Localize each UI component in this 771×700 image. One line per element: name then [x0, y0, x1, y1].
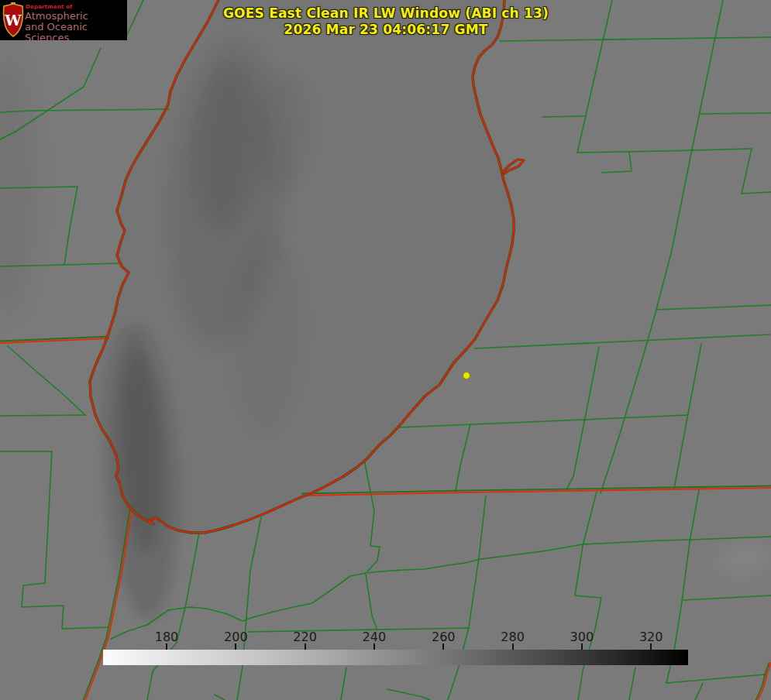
county-boundary-line	[387, 689, 430, 700]
county-boundary-line	[215, 695, 225, 700]
county-boundary-line	[629, 667, 635, 700]
county-boundary-line	[700, 113, 771, 114]
lake-water-fill	[90, 0, 514, 533]
county-boundary-line	[45, 451, 52, 583]
uw-crest-icon: W	[2, 2, 24, 38]
state-boundary-green	[302, 486, 771, 494]
county-boundary-line	[64, 187, 77, 265]
colorbar-tick-label: 220	[293, 630, 317, 643]
county-boundary-line	[0, 415, 85, 416]
county-boundary-line	[542, 116, 586, 117]
county-boundary-line	[742, 149, 752, 194]
colorbar-tick-label: 280	[501, 630, 525, 643]
colorbar-tick	[581, 643, 583, 650]
county-boundary-line	[666, 674, 766, 683]
county-boundary-line	[656, 305, 771, 310]
county-boundary-line	[690, 537, 771, 540]
colorbar-gradient-strip	[103, 650, 688, 665]
county-boundary-line	[22, 583, 108, 629]
colorbar-tick-label: 180	[155, 630, 179, 643]
county-boundary-line	[0, 109, 169, 112]
colorbar-tick	[235, 643, 236, 650]
colorbar-tick-label: 200	[224, 630, 248, 643]
title-line-1: GOES East Clean IR LW Window (ABI ch 13)	[138, 5, 634, 22]
shoreline-spit-red	[503, 160, 524, 174]
uw-aos-logo-banner: W Department of Atmospheric and Oceanic …	[0, 0, 127, 40]
logo-department-text: Department of	[26, 4, 72, 10]
county-boundary-line	[577, 149, 752, 153]
location-marker-dot	[463, 372, 470, 379]
state-boundary-green	[756, 663, 769, 700]
county-boundary-line	[674, 344, 701, 489]
county-boundary-line	[364, 460, 380, 571]
county-boundary-line	[111, 559, 480, 639]
county-boundary-line	[456, 424, 470, 490]
county-boundary-line	[366, 575, 377, 630]
colorbar-tick	[442, 643, 444, 650]
county-boundary-line	[742, 192, 771, 194]
county-boundary-line	[480, 544, 583, 559]
colorbar-tick-label: 320	[639, 630, 663, 643]
county-boundary-line	[341, 667, 346, 700]
county-boundary-line	[475, 335, 769, 348]
state-boundary-red	[758, 663, 771, 700]
colorbar-tick	[166, 643, 167, 650]
logo-line2-text: and Oceanic Sciences	[25, 22, 127, 43]
image-title: GOES East Clean IR LW Window (ABI ch 13)…	[138, 5, 634, 38]
county-boundary-line	[448, 496, 486, 700]
colorbar-tick	[373, 643, 375, 650]
county-boundary-line	[601, 0, 723, 493]
colorbar-tick	[512, 643, 514, 650]
county-boundary-line	[575, 492, 601, 700]
county-boundary-line	[237, 517, 261, 700]
map-boundaries-overlay	[0, 0, 771, 700]
county-boundary-line	[683, 595, 771, 600]
colorbar-tick-label: 260	[432, 630, 456, 643]
county-boundary-line	[695, 683, 703, 700]
county-boundary-line	[0, 187, 77, 188]
county-boundary-line	[0, 48, 101, 139]
county-boundary-line	[0, 263, 119, 266]
goes-satellite-image-viewer: W Department of Atmospheric and Oceanic …	[0, 0, 771, 700]
crest-letter: W	[4, 12, 22, 29]
county-boundary-line	[399, 415, 687, 427]
temperature-colorbar: 180200220240260280300320	[103, 630, 688, 666]
county-boundary-line	[602, 152, 632, 173]
colorbar-tick-label: 240	[363, 630, 387, 643]
colorbar-tick	[650, 643, 652, 650]
colorbar-tick	[305, 643, 306, 650]
county-boundary-line	[147, 533, 199, 700]
county-boundary-line	[583, 540, 690, 544]
state-boundary-green	[84, 510, 130, 700]
county-boundary-line	[8, 346, 85, 415]
title-line-2: 2026 Mar 23 04:06:17 GMT	[138, 22, 634, 38]
colorbar-tick-label: 300	[570, 630, 594, 643]
logo-line1-text: Atmospheric	[25, 11, 88, 22]
